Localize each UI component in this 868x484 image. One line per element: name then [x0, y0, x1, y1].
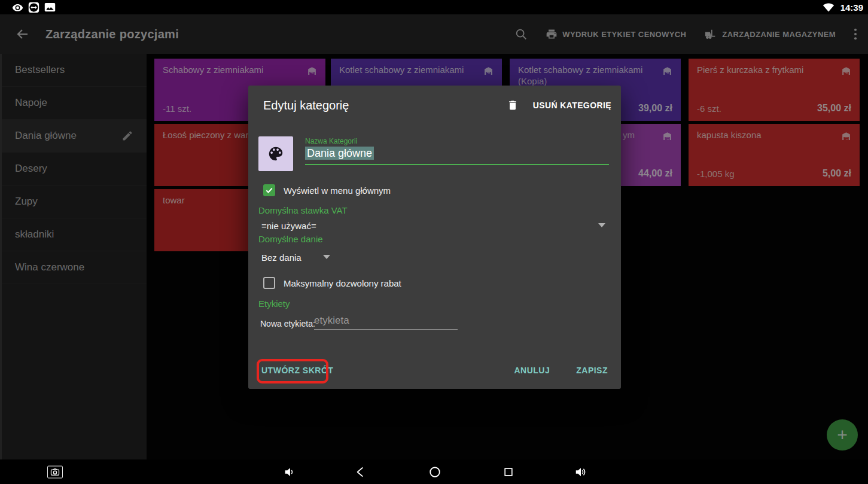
home-nav-button[interactable]	[428, 465, 441, 479]
trash-icon	[507, 99, 519, 112]
android-nav-bar	[0, 459, 868, 484]
checkbox-checked-icon[interactable]	[263, 184, 275, 196]
chevron-down-icon[interactable]	[598, 223, 605, 227]
field-underline	[305, 164, 609, 165]
default-vat-label: Domyślna stawka VAT	[258, 205, 348, 215]
default-dish-label: Domyślne danie	[258, 234, 323, 244]
category-name-field[interactable]: Dania główne	[305, 147, 374, 160]
default-vat-select[interactable]: =nie używać=	[261, 221, 316, 231]
checkbox-unchecked-icon[interactable]	[263, 277, 275, 289]
show-in-main-menu-label: Wyświetl w menu głównym	[284, 185, 391, 196]
max-discount-label: Maksymalny dozwolony rabat	[284, 278, 401, 288]
edit-category-dialog: Edytuj kategorię USUŃ KATEGORIĘ Nazwa Ka…	[248, 86, 621, 389]
tags-section-label: Etykiety	[258, 299, 290, 309]
status-bar: 14:39	[0, 0, 868, 14]
category-color-swatch[interactable]	[258, 136, 293, 171]
new-tag-label: Nowa etykieta:	[260, 319, 315, 328]
category-name-label: Nazwa Kategorii	[305, 137, 357, 145]
recents-nav-button[interactable]	[502, 466, 514, 478]
cancel-button[interactable]: ANULUJ	[514, 366, 550, 375]
volume-down-button[interactable]	[283, 465, 296, 479]
clock: 14:39	[840, 2, 863, 13]
screenshot-icon	[44, 2, 56, 12]
delete-category-label: USUŃ KATEGORIĘ	[533, 101, 611, 110]
teamviewer-icon	[28, 2, 39, 13]
back-nav-button[interactable]	[355, 465, 367, 479]
save-button[interactable]: ZAPISZ	[576, 366, 608, 375]
default-dish-select[interactable]: Bez dania	[261, 252, 301, 263]
annotation-highlight-box	[257, 359, 328, 383]
wifi-icon	[823, 2, 835, 12]
show-in-main-menu-checkbox-row[interactable]: Wyświetl w menu głównym	[263, 184, 391, 196]
volume-up-button[interactable]	[574, 465, 587, 479]
delete-category-button[interactable]: USUŃ KATEGORIĘ	[507, 99, 611, 112]
eye-icon	[12, 2, 23, 13]
new-tag-input[interactable]	[314, 312, 458, 330]
dialog-title: Edytuj kategorię	[263, 99, 349, 112]
chevron-down-icon[interactable]	[323, 255, 330, 259]
max-discount-checkbox-row[interactable]: Maksymalny dozwolony rabat	[263, 277, 401, 289]
screenshot-camera-button[interactable]	[47, 465, 63, 478]
pos-item-management-screen: 14:39 Zarządzanie pozycjami WYDRUK ETYKI…	[0, 0, 868, 484]
category-name-value: Dania główne	[305, 147, 374, 160]
palette-icon	[267, 145, 285, 163]
